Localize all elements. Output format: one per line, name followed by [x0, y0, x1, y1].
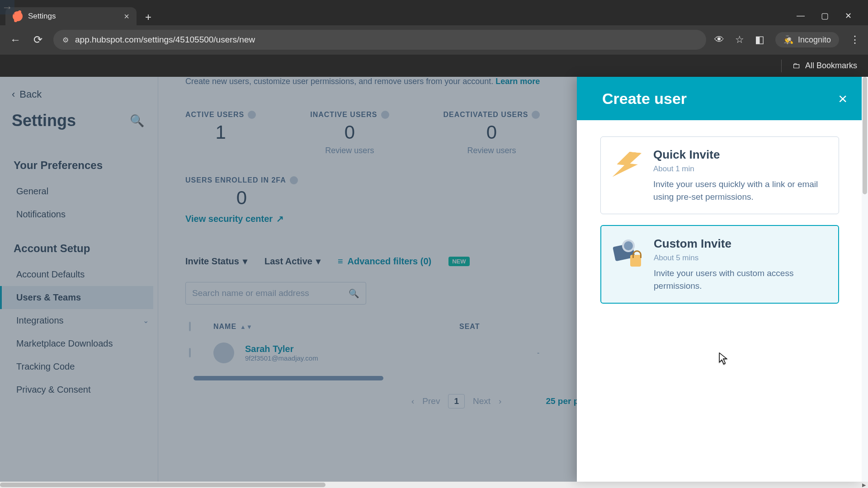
minimize-icon[interactable]: —	[797, 11, 805, 21]
folder-icon: 🗀	[793, 61, 801, 70]
nav-forward-icon[interactable]: →	[0, 0, 14, 14]
address-bar[interactable]: ⚙ app.hubspot.com/settings/45105500/user…	[53, 30, 706, 50]
all-bookmarks-button[interactable]: 🗀 All Bookmarks	[793, 61, 857, 70]
bookmarks-bar: 🗀 All Bookmarks	[0, 54, 868, 77]
reload-icon[interactable]: ⟳	[31, 33, 45, 47]
side-panel-icon[interactable]: ◧	[755, 34, 764, 46]
panel-title: Create user	[602, 90, 687, 108]
scrollbar-thumb[interactable]	[0, 483, 326, 487]
create-user-panel: Create user × Quick Invite About 1 min I…	[577, 77, 863, 482]
site-settings-icon[interactable]: ⚙	[62, 36, 68, 44]
close-window-icon[interactable]: ✕	[845, 11, 852, 21]
incognito-indicator[interactable]: 🕵 Incognito	[775, 32, 839, 47]
window-horizontal-scrollbar[interactable]: ▶	[0, 482, 868, 488]
settings-lock-icon	[613, 239, 642, 268]
card-title: Quick Invite	[653, 148, 827, 162]
scroll-right-arrow-icon[interactable]: ▶	[861, 482, 867, 488]
tab-title: Settings	[28, 12, 56, 21]
card-custom-invite[interactable]: Custom Invite About 5 mins Invite your u…	[600, 225, 839, 304]
bookmark-star-icon[interactable]: ☆	[735, 34, 744, 46]
card-title: Custom Invite	[654, 237, 826, 251]
panel-close-icon[interactable]: ×	[838, 90, 847, 108]
card-time: About 1 min	[653, 164, 827, 174]
panel-body: Quick Invite About 1 min Invite your use…	[577, 120, 863, 320]
lightning-icon	[613, 150, 642, 179]
eye-off-icon[interactable]: 👁	[714, 34, 724, 46]
toolbar-actions: 👁 ☆ ◧ 🕵 Incognito ⋮	[714, 32, 860, 47]
scrollbar-thumb[interactable]	[863, 77, 867, 194]
card-description: Invite your users quickly with a link or…	[653, 178, 827, 203]
page-vertical-scrollbar[interactable]	[862, 77, 868, 482]
card-time: About 5 mins	[654, 253, 826, 263]
tab-close-icon[interactable]: ×	[124, 11, 129, 22]
window-controls: — ▢ ✕	[797, 11, 863, 25]
nav-back-icon[interactable]: ←	[8, 33, 23, 47]
card-quick-invite[interactable]: Quick Invite About 1 min Invite your use…	[600, 136, 839, 214]
browser-chrome: Settings × + — ▢ ✕ ← → ⟳ ⚙ app.hubspot.c…	[0, 0, 868, 77]
bookmarks-separator	[781, 60, 782, 72]
maximize-icon[interactable]: ▢	[821, 11, 829, 21]
incognito-label: Incognito	[798, 35, 831, 45]
card-description: Invite your users with custom access per…	[654, 267, 826, 292]
page-viewport: ‹ Back Settings 🔍 Your Preferences Gener…	[0, 77, 868, 482]
incognito-icon: 🕵	[783, 35, 793, 45]
url-text: app.hubspot.com/settings/45105500/users/…	[75, 35, 255, 45]
new-tab-button[interactable]: +	[140, 9, 156, 25]
all-bookmarks-label: All Bookmarks	[805, 61, 857, 70]
panel-header: Create user ×	[577, 77, 863, 120]
kebab-menu-icon[interactable]: ⋮	[850, 34, 860, 46]
browser-tab[interactable]: Settings ×	[5, 7, 137, 25]
tab-strip: Settings × + — ▢ ✕	[0, 0, 868, 25]
browser-toolbar: ← → ⟳ ⚙ app.hubspot.com/settings/4510550…	[0, 25, 868, 54]
